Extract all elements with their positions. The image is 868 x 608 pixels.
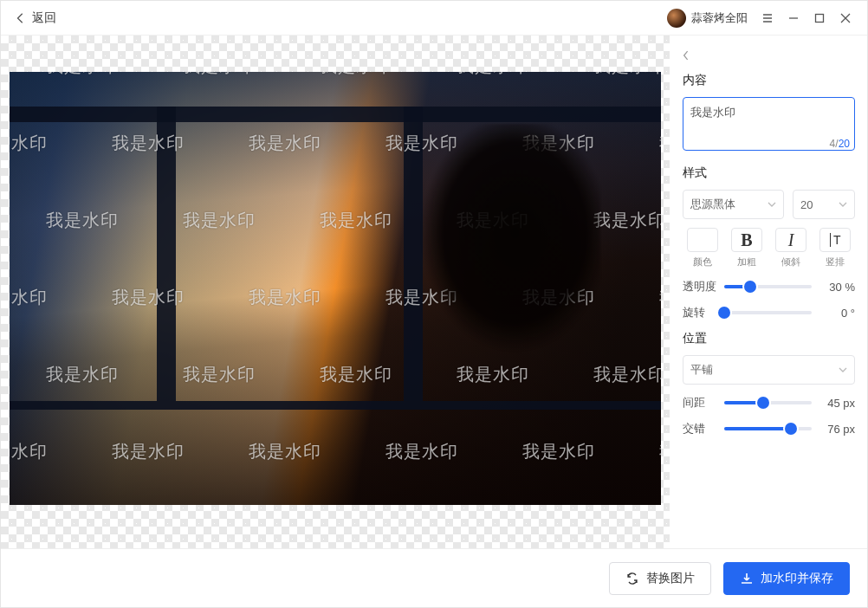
chevron-down-icon — [768, 200, 776, 209]
position-select[interactable]: 平铺 — [683, 355, 855, 385]
chevron-down-icon — [839, 200, 847, 209]
swap-icon — [625, 572, 639, 585]
section-style-title: 样式 — [683, 165, 855, 181]
spacing-slider-row: 间距 45 px — [683, 395, 855, 411]
rotate-slider[interactable] — [724, 311, 812, 314]
arrow-left-icon — [15, 12, 27, 24]
close-icon — [840, 13, 851, 23]
font-size-select[interactable]: 20 — [793, 190, 855, 219]
char-counter: 4/20 — [830, 138, 850, 150]
watermark-overlay: 我是水印我是水印我是水印我是水印我是水印我是水印我是水印我是水印我是水印我是水印… — [10, 72, 661, 505]
bold-button[interactable]: B加粗 — [727, 228, 766, 268]
back-button[interactable]: 返回 — [10, 7, 62, 29]
close-button[interactable] — [832, 5, 858, 31]
chevron-down-icon — [839, 365, 847, 374]
replace-image-button[interactable]: 替换图片 — [609, 562, 711, 595]
svg-rect-0 — [816, 14, 824, 22]
minimize-icon — [788, 13, 799, 23]
chevron-left-icon — [683, 49, 690, 61]
spacing-slider[interactable] — [724, 401, 812, 404]
save-button[interactable]: 加水印并保存 — [723, 562, 850, 595]
download-icon — [740, 572, 754, 585]
minimize-button[interactable] — [781, 5, 806, 31]
back-label: 返回 — [32, 10, 56, 26]
canvas-area[interactable]: 我是水印我是水印我是水印我是水印我是水印我是水印我是水印我是水印我是水印我是水印… — [1, 36, 670, 548]
opacity-slider-row: 透明度 30 % — [683, 279, 855, 294]
rotate-slider-row: 旋转 0 ° — [683, 305, 855, 320]
italic-button[interactable]: I倾斜 — [772, 228, 811, 268]
stagger-slider[interactable] — [724, 427, 812, 430]
section-content-title: 内容 — [683, 73, 855, 88]
preview-image: 我是水印我是水印我是水印我是水印我是水印我是水印我是水印我是水印我是水印我是水印… — [10, 72, 661, 505]
menu-button[interactable] — [755, 5, 781, 31]
maximize-icon — [814, 13, 825, 23]
maximize-button[interactable] — [806, 5, 832, 31]
font-family-select[interactable]: 思源黑体 — [683, 190, 784, 219]
section-position-title: 位置 — [683, 331, 855, 346]
user-area[interactable]: 蒜蓉烤全阳 — [667, 9, 748, 28]
username: 蒜蓉烤全阳 — [691, 10, 748, 26]
avatar — [667, 9, 686, 28]
color-button[interactable]: 颜色 — [683, 228, 722, 268]
panel-back-button[interactable] — [683, 49, 855, 64]
footer-bar: 替换图片 加水印并保存 — [1, 548, 867, 607]
opacity-slider[interactable] — [724, 285, 812, 288]
side-panel: 内容 4/20 样式 思源黑体 20 颜色 B加粗 I倾斜 T竖排 透明度 — [670, 36, 867, 548]
hamburger-icon — [762, 13, 773, 23]
vertical-button[interactable]: T竖排 — [816, 228, 855, 268]
stagger-slider-row: 交错 76 px — [683, 421, 855, 437]
